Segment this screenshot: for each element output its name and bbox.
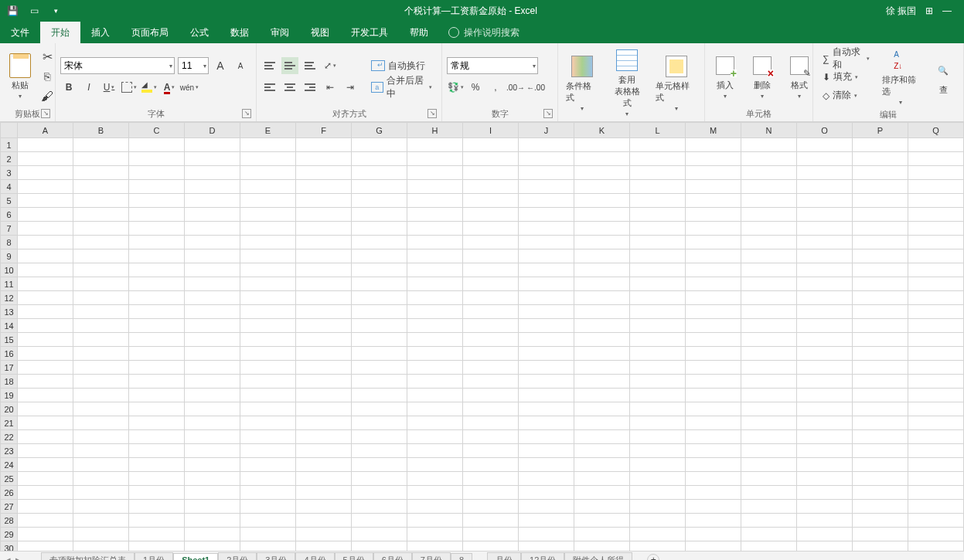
cell[interactable] <box>185 152 240 166</box>
cell[interactable] <box>352 416 407 430</box>
cell[interactable] <box>352 194 407 208</box>
cell[interactable] <box>741 514 797 528</box>
cell[interactable] <box>686 347 741 361</box>
cell[interactable] <box>296 375 352 389</box>
cell[interactable] <box>240 305 296 319</box>
cell[interactable] <box>185 528 240 541</box>
cell[interactable] <box>185 222 240 236</box>
cell[interactable] <box>686 402 741 416</box>
cell[interactable] <box>630 402 686 416</box>
cell[interactable] <box>407 402 463 416</box>
cell[interactable] <box>185 472 240 486</box>
cell[interactable] <box>630 180 686 194</box>
cell[interactable] <box>853 347 908 361</box>
cell[interactable] <box>240 249 296 263</box>
cell[interactable] <box>797 416 853 430</box>
sheet-tab[interactable]: 3月份 <box>257 552 295 561</box>
cell[interactable] <box>797 444 853 458</box>
cell[interactable] <box>519 500 574 514</box>
cell[interactable] <box>352 347 407 361</box>
cell[interactable] <box>797 514 853 528</box>
cell[interactable] <box>129 333 185 347</box>
cell[interactable] <box>853 472 908 486</box>
cell[interactable] <box>853 138 908 152</box>
cell[interactable] <box>630 263 686 277</box>
cell[interactable] <box>686 500 741 514</box>
cell[interactable] <box>853 402 908 416</box>
tab-数据[interactable]: 数据 <box>220 22 260 43</box>
cell[interactable] <box>73 277 129 291</box>
cell[interactable] <box>240 347 296 361</box>
cell[interactable] <box>240 444 296 458</box>
ribbon-display-icon[interactable]: ⊞ <box>925 5 933 16</box>
cell[interactable] <box>630 138 686 152</box>
cell[interactable] <box>463 361 519 375</box>
orientation-button[interactable]: ⤢ <box>322 57 339 74</box>
cell[interactable] <box>741 194 797 208</box>
cell[interactable] <box>686 416 741 430</box>
cell[interactable] <box>129 402 185 416</box>
cell[interactable] <box>18 430 73 444</box>
cell[interactable] <box>519 263 574 277</box>
cell[interactable] <box>352 333 407 347</box>
cell[interactable] <box>129 458 185 472</box>
cell[interactable] <box>908 319 964 333</box>
cell[interactable] <box>296 347 352 361</box>
cell[interactable] <box>686 486 741 500</box>
cell[interactable] <box>853 416 908 430</box>
cell[interactable] <box>352 541 407 552</box>
cell[interactable] <box>853 333 908 347</box>
cell[interactable] <box>240 458 296 472</box>
cell[interactable] <box>630 541 686 552</box>
cell[interactable] <box>407 444 463 458</box>
cell[interactable] <box>574 528 630 541</box>
cell[interactable] <box>686 541 741 552</box>
cell[interactable] <box>129 389 185 402</box>
cell[interactable] <box>463 138 519 152</box>
cell[interactable] <box>240 180 296 194</box>
cell[interactable] <box>574 444 630 458</box>
cell[interactable] <box>686 208 741 222</box>
sheet-ellipsis-left[interactable]: … <box>26 555 41 561</box>
cell[interactable] <box>519 333 574 347</box>
dialog-launcher-icon[interactable]: ↘ <box>543 109 553 118</box>
underline-button[interactable]: U <box>100 79 118 96</box>
cell[interactable] <box>797 347 853 361</box>
cell[interactable] <box>18 277 73 291</box>
cell[interactable] <box>129 222 185 236</box>
fill-button[interactable]: ⬇填充 <box>818 69 874 86</box>
cell[interactable] <box>630 528 686 541</box>
cell[interactable] <box>240 375 296 389</box>
cell[interactable] <box>741 500 797 514</box>
cell[interactable] <box>18 389 73 402</box>
cell[interactable] <box>797 528 853 541</box>
cell[interactable] <box>129 430 185 444</box>
cell[interactable] <box>853 444 908 458</box>
increase-decimal-button[interactable]: .00→ <box>507 79 524 96</box>
cell[interactable] <box>908 375 964 389</box>
cell[interactable] <box>630 430 686 444</box>
cell[interactable] <box>129 514 185 528</box>
row-header[interactable]: 5 <box>1 194 18 208</box>
cell[interactable] <box>73 500 129 514</box>
cell[interactable] <box>686 180 741 194</box>
cell[interactable] <box>519 472 574 486</box>
cell[interactable] <box>908 152 964 166</box>
column-header[interactable]: A <box>18 123 73 138</box>
cell[interactable] <box>463 541 519 552</box>
column-header[interactable]: P <box>853 123 908 138</box>
cell[interactable] <box>797 277 853 291</box>
cell[interactable] <box>908 402 964 416</box>
cell[interactable] <box>519 305 574 319</box>
cell[interactable] <box>129 500 185 514</box>
cell[interactable] <box>908 430 964 444</box>
cell[interactable] <box>463 514 519 528</box>
cell[interactable] <box>296 361 352 375</box>
cell[interactable] <box>73 375 129 389</box>
cell[interactable] <box>407 389 463 402</box>
cell[interactable] <box>240 333 296 347</box>
column-header[interactable]: D <box>185 123 240 138</box>
cell[interactable] <box>129 291 185 305</box>
cell[interactable] <box>18 152 73 166</box>
cell[interactable] <box>686 236 741 249</box>
